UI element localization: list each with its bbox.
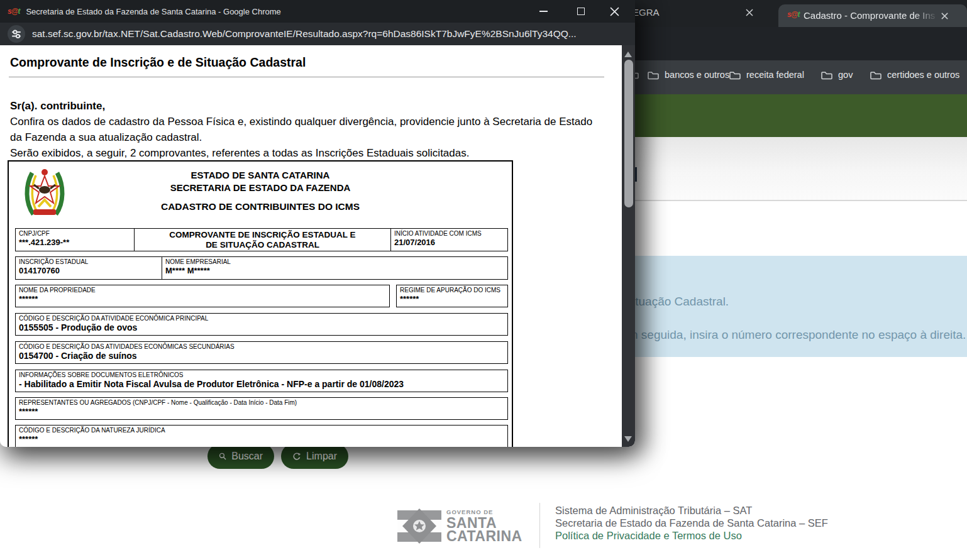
tab-close-icon[interactable] <box>745 8 755 18</box>
footer-text: Sistema de Administração Tributária – SA… <box>555 504 828 542</box>
folder-icon <box>870 70 881 80</box>
field-value: 0154700 - Criação de suínos <box>19 351 504 361</box>
tab-active[interactable]: s@t Cadastro - Comprovante de Ins <box>778 4 967 27</box>
close-button[interactable] <box>601 0 627 23</box>
popup-titlebar: s@t Secretaria de Estado da Fazenda de S… <box>0 0 635 23</box>
intro-line: Serão exibidos, a seguir, 2 comprovantes… <box>10 147 469 159</box>
certificate-row: INSCRIÇÃO ESTADUAL 014170760 NOME EMPRES… <box>15 256 508 280</box>
field-label: NOME EMPRESARIAL <box>165 258 504 266</box>
field-value: ****** <box>400 294 504 304</box>
info-text: n seguida, insira o número correspondent… <box>631 328 966 342</box>
popup-urlbar: sat.sef.sc.gov.br/tax.NET/Sat.Cadastro.W… <box>0 23 635 45</box>
field-label: INFORMAÇÕES SOBRE DOCUMENTOS ELETRÔNICOS <box>19 371 504 379</box>
document-title-cell: COMPROVANTE DE INSCRIÇÃO ESTADUAL E DE S… <box>135 228 391 251</box>
scroll-down-icon[interactable] <box>624 436 632 442</box>
bookmark-item[interactable]: certidoes e outros <box>870 70 959 80</box>
field-label: REPRESENTANTES OU AGREGADOS (CNPJ/CPF - … <box>19 399 504 407</box>
bookmark-item[interactable]: receita federal <box>729 70 804 80</box>
limpar-label: Limpar <box>306 451 337 462</box>
bookmark-label: gov <box>838 70 853 80</box>
tab-close-icon[interactable] <box>941 11 949 20</box>
tab-inactive-title[interactable]: EGRA <box>633 7 660 18</box>
bookmark-item[interactable]: gov <box>821 70 853 80</box>
folder-icon <box>729 70 741 80</box>
governo-santa-catarina-logo: GOVERNO DE SANTA CATARINA <box>397 507 522 546</box>
field-label: NOME DA PROPRIEDADE <box>19 287 386 294</box>
folder-icon <box>648 70 659 80</box>
close-icon <box>610 7 619 16</box>
field-label: CÓDIGO E DESCRIÇÃO DA NATUREZA JURÍDICA <box>19 427 504 434</box>
doc-title-line: DE SITUAÇÃO CADASTRAL <box>138 240 387 250</box>
certificate: ESTADO DE SANTA CATARINA SECRETARIA DE E… <box>8 160 513 447</box>
maximize-button[interactable] <box>568 0 594 23</box>
intro-line: Confira os dados de cadastro da Pessoa F… <box>10 116 592 143</box>
field-label: INSCRIÇÃO ESTADUAL <box>19 258 158 266</box>
field-value: 21/07/2016 <box>394 238 504 248</box>
minimize-button[interactable] <box>530 0 556 23</box>
refresh-icon <box>292 451 301 462</box>
field-value: ****** <box>19 294 386 304</box>
bookmark-item[interactable]: bancos e outros <box>648 70 729 80</box>
intro-salutation: Sr(a). contribuinte, <box>10 100 105 112</box>
document-heading: Comprovante de Inscrição e de Situação C… <box>10 55 306 70</box>
field-value: - Habilitado a Emitir Nota Fiscal Avulsa… <box>19 379 504 389</box>
field-inscricao-estadual: INSCRIÇÃO ESTADUAL 014170760 <box>15 256 162 280</box>
popup-scrollbar[interactable] <box>622 45 635 447</box>
bookmark-label: bancos e outros <box>665 70 729 80</box>
scroll-up-icon[interactable] <box>624 52 632 57</box>
logo-text: CATARINA <box>446 530 522 543</box>
santa-catarina-flag-icon <box>397 507 441 546</box>
scrollbar-thumb[interactable] <box>624 60 633 207</box>
privacy-terms-link[interactable]: Política de Privacidade e Termos de Uso <box>555 529 828 542</box>
buscar-label: Buscar <box>231 451 263 462</box>
org-line: CADASTRO DE CONTRIBUINTES DO ICMS <box>9 200 512 213</box>
footer-line: Secretaria de Estado da Fazenda de Santa… <box>555 517 828 529</box>
buscar-button[interactable]: Buscar <box>207 444 274 469</box>
popup-window: s@t Secretaria de Estado da Fazenda de S… <box>0 0 635 447</box>
bookmark-label: receita federal <box>746 70 804 80</box>
sat-favicon: s@t <box>787 10 799 19</box>
sat-favicon: s@t <box>8 7 19 16</box>
popup-content: Comprovante de Inscrição e de Situação C… <box>0 45 635 447</box>
field-label: CÓDIGO E DESCRIÇÃO DAS ATIVIDADES ECONÔM… <box>19 343 504 351</box>
field-natureza-juridica: CÓDIGO E DESCRIÇÃO DA NATUREZA JURÍDICA … <box>15 425 508 447</box>
field-label: CNPJ/CPF <box>19 230 131 238</box>
field-regime-apuracao: REGIME DE APURAÇÃO DO ICMS ****** <box>396 285 508 307</box>
tab-active-title: Cadastro - Comprovante de Ins <box>804 10 938 23</box>
heading-divider <box>9 77 604 77</box>
field-representantes: REPRESENTANTES OU AGREGADOS (CNPJ/CPF - … <box>15 397 508 420</box>
doc-title-line: COMPROVANTE DE INSCRIÇÃO ESTADUAL E <box>138 230 387 240</box>
field-label: REGIME DE APURAÇÃO DO ICMS <box>400 287 504 294</box>
intro-paragraph: Sr(a). contribuinte, Confira os dados de… <box>10 98 604 161</box>
certificate-row: CNPJ/CPF ***.421.239-** COMPROVANTE DE I… <box>15 228 508 251</box>
search-icon <box>219 451 226 461</box>
window-title: Secretaria de Estado da Fazenda de Santa… <box>26 7 280 16</box>
certificate-header: ESTADO DE SANTA CATARINA SECRETARIA DE E… <box>9 169 512 213</box>
field-label: CÓDIGO E DESCRIÇÃO DA ATIVIDADE ECONÔMIC… <box>19 315 504 322</box>
field-inicio-atividade: INÍCIO ATIVIDADE COM ICMS 21/07/2016 <box>391 228 508 251</box>
field-value: ****** <box>19 434 504 444</box>
field-atividades-secundarias: CÓDIGO E DESCRIÇÃO DAS ATIVIDADES ECONÔM… <box>15 341 508 364</box>
field-value: M**** M***** <box>165 266 504 276</box>
url-text[interactable]: sat.sef.sc.gov.br/tax.NET/Sat.Cadastro.W… <box>32 28 577 40</box>
field-label: INÍCIO ATIVIDADE COM ICMS <box>394 230 504 238</box>
limpar-button[interactable]: Limpar <box>281 444 348 469</box>
field-nome-empresarial: NOME EMPRESARIAL M**** M***** <box>162 256 508 280</box>
field-value: ***.421.239-** <box>19 238 131 248</box>
footer-line: Sistema de Administração Tributária – SA… <box>555 504 828 517</box>
field-documentos-eletronicos: INFORMAÇÕES SOBRE DOCUMENTOS ELETRÔNICOS… <box>15 370 508 392</box>
org-line: SECRETARIA DE ESTADO DA FAZENDA <box>9 182 512 194</box>
folder-icon <box>821 70 832 80</box>
screen: EGRA s@t Cadastro - Comprovante de Ins b… <box>0 0 967 560</box>
field-atividade-principal: CÓDIGO E DESCRIÇÃO DA ATIVIDADE ECONÔMIC… <box>15 313 508 336</box>
site-settings-icon[interactable] <box>8 25 25 43</box>
field-nome-propriedade: NOME DA PROPRIEDADE ****** <box>15 285 390 307</box>
footer-divider <box>539 503 540 548</box>
field-value: 014170760 <box>19 266 158 276</box>
field-value: 0155505 - Produção de ovos <box>19 322 504 332</box>
field-cnpj: CNPJ/CPF ***.421.239-** <box>15 228 135 251</box>
field-value: ****** <box>19 407 504 417</box>
info-text: ituação Cadastral. <box>633 295 729 309</box>
bookmark-label: certidoes e outros <box>887 70 959 80</box>
org-line: ESTADO DE SANTA CATARINA <box>9 169 512 182</box>
